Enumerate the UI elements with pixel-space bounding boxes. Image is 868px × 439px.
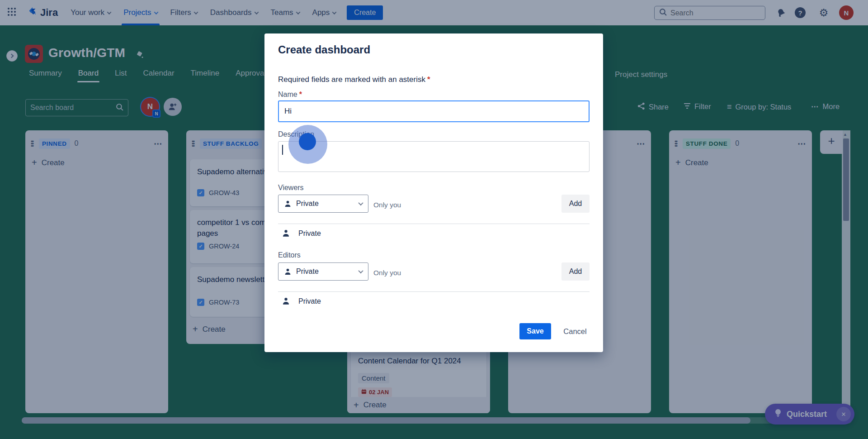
cancel-button[interactable]: Cancel [559, 323, 591, 339]
viewers-only-you-text: Only you [373, 201, 401, 209]
editors-only-you-text: Only you [373, 269, 401, 277]
asterisk: * [299, 91, 302, 98]
description-field-label: Description [278, 130, 314, 138]
dashboard-description-textarea[interactable] [278, 141, 590, 172]
viewers-private-row: Private [282, 229, 321, 238]
viewers-access-select[interactable]: Private [278, 195, 368, 213]
viewers-field-label: Viewers [278, 184, 304, 192]
viewers-select-value: Private [296, 200, 354, 208]
editors-private-row: Private [282, 297, 321, 305]
chevron-down-icon [358, 268, 363, 273]
divider [278, 224, 590, 224]
person-icon [284, 200, 292, 208]
create-dashboard-modal: Create dashboard Required fields are mar… [264, 33, 603, 352]
editors-add-button[interactable]: Add [561, 262, 590, 281]
editors-field-label: Editors [278, 251, 301, 259]
name-field-label: Name* [278, 91, 302, 99]
editors-private-label: Private [298, 297, 321, 305]
editors-access-select[interactable]: Private [278, 262, 368, 281]
save-button[interactable]: Save [519, 323, 551, 339]
viewers-add-button[interactable]: Add [561, 195, 590, 213]
viewers-private-label: Private [298, 229, 321, 238]
asterisk: * [427, 75, 430, 84]
person-icon [282, 229, 290, 238]
person-icon [282, 297, 290, 305]
editors-select-value: Private [296, 267, 354, 276]
modal-title: Create dashboard [278, 43, 370, 56]
required-fields-note: Required fields are marked with an aster… [278, 75, 430, 84]
text-caret [282, 145, 283, 155]
divider [278, 291, 590, 292]
dashboard-name-input[interactable] [278, 100, 590, 122]
chevron-down-icon [358, 200, 363, 205]
person-icon [284, 268, 292, 276]
